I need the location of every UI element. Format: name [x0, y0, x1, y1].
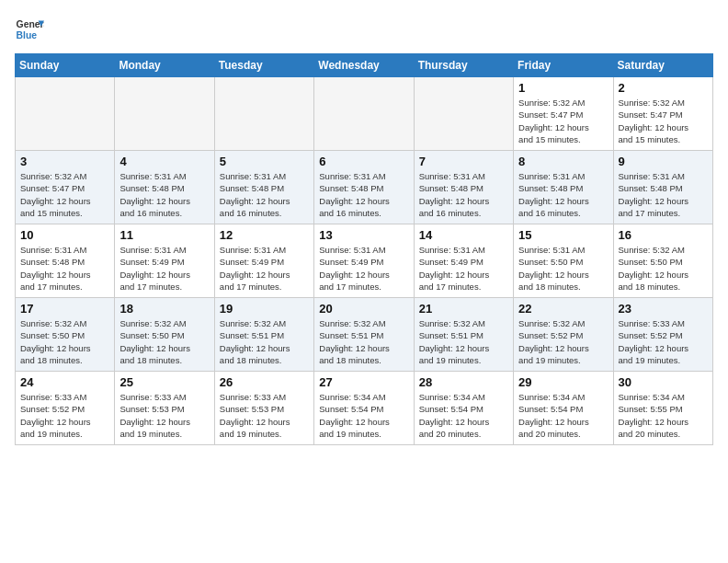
calendar-cell: 11Sunrise: 5:31 AM Sunset: 5:49 PM Dayli… [115, 224, 214, 298]
day-number: 18 [119, 302, 209, 316]
day-number: 4 [119, 155, 209, 168]
logo: General Blue [15, 15, 44, 44]
calendar-cell: 21Sunrise: 5:32 AM Sunset: 5:51 PM Dayli… [414, 298, 513, 372]
weekday-header: Sunday [16, 54, 115, 77]
day-number: 17 [20, 302, 109, 316]
calendar-cell: 5Sunrise: 5:31 AM Sunset: 5:48 PM Daylig… [214, 151, 313, 224]
calendar-cell: 16Sunrise: 5:32 AM Sunset: 5:50 PM Dayli… [613, 224, 712, 298]
day-number: 25 [119, 375, 209, 389]
calendar-cell: 28Sunrise: 5:34 AM Sunset: 5:54 PM Dayli… [414, 372, 513, 445]
calendar-cell [414, 77, 513, 151]
calendar-cell: 13Sunrise: 5:31 AM Sunset: 5:49 PM Dayli… [314, 224, 414, 298]
day-number: 10 [20, 228, 109, 242]
weekday-header: Monday [115, 54, 214, 77]
calendar-cell [16, 77, 115, 151]
day-info: Sunrise: 5:31 AM Sunset: 5:48 PM Dayligh… [419, 170, 508, 219]
day-info: Sunrise: 5:31 AM Sunset: 5:48 PM Dayligh… [319, 170, 408, 219]
day-number: 2 [619, 81, 708, 95]
calendar-cell: 30Sunrise: 5:34 AM Sunset: 5:55 PM Dayli… [613, 372, 712, 445]
day-info: Sunrise: 5:31 AM Sunset: 5:48 PM Dayligh… [619, 170, 708, 219]
calendar-cell: 19Sunrise: 5:32 AM Sunset: 5:51 PM Dayli… [214, 298, 313, 372]
day-number: 1 [518, 81, 608, 95]
day-number: 24 [20, 375, 109, 389]
day-info: Sunrise: 5:31 AM Sunset: 5:49 PM Dayligh… [220, 244, 309, 293]
calendar-table: SundayMondayTuesdayWednesdayThursdayFrid… [15, 53, 713, 445]
calendar-cell: 4Sunrise: 5:31 AM Sunset: 5:48 PM Daylig… [115, 151, 214, 224]
day-number: 20 [319, 302, 408, 316]
day-info: Sunrise: 5:31 AM Sunset: 5:49 PM Dayligh… [319, 244, 408, 293]
day-info: Sunrise: 5:32 AM Sunset: 5:51 PM Dayligh… [419, 317, 508, 366]
calendar-cell [115, 77, 214, 151]
calendar-cell: 7Sunrise: 5:31 AM Sunset: 5:48 PM Daylig… [414, 151, 513, 224]
day-info: Sunrise: 5:32 AM Sunset: 5:52 PM Dayligh… [518, 317, 608, 366]
calendar-cell: 2Sunrise: 5:32 AM Sunset: 5:47 PM Daylig… [613, 77, 712, 151]
day-info: Sunrise: 5:32 AM Sunset: 5:47 PM Dayligh… [619, 97, 708, 145]
day-info: Sunrise: 5:31 AM Sunset: 5:48 PM Dayligh… [119, 170, 209, 219]
calendar-week-row: 17Sunrise: 5:32 AM Sunset: 5:50 PM Dayli… [16, 298, 713, 372]
day-number: 6 [319, 155, 408, 168]
weekday-header: Tuesday [214, 54, 313, 77]
day-number: 21 [419, 302, 508, 316]
day-info: Sunrise: 5:33 AM Sunset: 5:52 PM Dayligh… [619, 317, 708, 366]
day-number: 26 [220, 375, 309, 389]
day-info: Sunrise: 5:31 AM Sunset: 5:48 PM Dayligh… [220, 170, 309, 219]
calendar-cell: 23Sunrise: 5:33 AM Sunset: 5:52 PM Dayli… [613, 298, 712, 372]
day-info: Sunrise: 5:32 AM Sunset: 5:51 PM Dayligh… [220, 317, 309, 366]
calendar-cell: 6Sunrise: 5:31 AM Sunset: 5:48 PM Daylig… [314, 151, 414, 224]
day-info: Sunrise: 5:32 AM Sunset: 5:50 PM Dayligh… [119, 317, 209, 366]
calendar-cell: 10Sunrise: 5:31 AM Sunset: 5:48 PM Dayli… [16, 224, 115, 298]
day-number: 3 [20, 155, 109, 168]
calendar-cell: 1Sunrise: 5:32 AM Sunset: 5:47 PM Daylig… [514, 77, 613, 151]
day-number: 5 [220, 155, 309, 168]
day-number: 7 [419, 155, 508, 168]
calendar-cell: 8Sunrise: 5:31 AM Sunset: 5:48 PM Daylig… [514, 151, 613, 224]
calendar-cell: 17Sunrise: 5:32 AM Sunset: 5:50 PM Dayli… [16, 298, 115, 372]
day-number: 8 [518, 155, 608, 168]
calendar-cell: 27Sunrise: 5:34 AM Sunset: 5:54 PM Dayli… [314, 372, 414, 445]
day-info: Sunrise: 5:32 AM Sunset: 5:47 PM Dayligh… [20, 170, 109, 219]
day-info: Sunrise: 5:32 AM Sunset: 5:47 PM Dayligh… [518, 97, 608, 145]
day-number: 16 [619, 228, 708, 242]
calendar-cell: 3Sunrise: 5:32 AM Sunset: 5:47 PM Daylig… [16, 151, 115, 224]
calendar-cell: 18Sunrise: 5:32 AM Sunset: 5:50 PM Dayli… [115, 298, 214, 372]
calendar-cell: 15Sunrise: 5:31 AM Sunset: 5:50 PM Dayli… [514, 224, 613, 298]
calendar-cell: 26Sunrise: 5:33 AM Sunset: 5:53 PM Dayli… [214, 372, 313, 445]
day-info: Sunrise: 5:31 AM Sunset: 5:50 PM Dayligh… [518, 244, 608, 293]
day-info: Sunrise: 5:34 AM Sunset: 5:54 PM Dayligh… [319, 391, 408, 440]
day-info: Sunrise: 5:32 AM Sunset: 5:50 PM Dayligh… [619, 244, 708, 293]
day-number: 9 [619, 155, 708, 168]
calendar-cell: 22Sunrise: 5:32 AM Sunset: 5:52 PM Dayli… [514, 298, 613, 372]
day-number: 12 [220, 228, 309, 242]
day-number: 22 [518, 302, 608, 316]
day-number: 13 [319, 228, 408, 242]
day-number: 19 [220, 302, 309, 316]
calendar-week-row: 10Sunrise: 5:31 AM Sunset: 5:48 PM Dayli… [16, 224, 713, 298]
day-info: Sunrise: 5:33 AM Sunset: 5:53 PM Dayligh… [220, 391, 309, 440]
day-info: Sunrise: 5:31 AM Sunset: 5:49 PM Dayligh… [419, 244, 508, 293]
calendar-cell: 25Sunrise: 5:33 AM Sunset: 5:53 PM Dayli… [115, 372, 214, 445]
calendar-header-row: SundayMondayTuesdayWednesdayThursdayFrid… [16, 54, 713, 77]
logo-icon: General Blue [15, 15, 44, 44]
day-number: 15 [518, 228, 608, 242]
calendar-week-row: 3Sunrise: 5:32 AM Sunset: 5:47 PM Daylig… [16, 151, 713, 224]
page-header: General Blue [15, 15, 713, 44]
day-number: 11 [119, 228, 209, 242]
day-info: Sunrise: 5:33 AM Sunset: 5:53 PM Dayligh… [119, 391, 209, 440]
day-info: Sunrise: 5:32 AM Sunset: 5:50 PM Dayligh… [20, 317, 109, 366]
calendar-cell: 20Sunrise: 5:32 AM Sunset: 5:51 PM Dayli… [314, 298, 414, 372]
svg-text:Blue: Blue [17, 30, 38, 40]
calendar-cell: 29Sunrise: 5:34 AM Sunset: 5:54 PM Dayli… [514, 372, 613, 445]
day-number: 14 [419, 228, 508, 242]
calendar-cell: 14Sunrise: 5:31 AM Sunset: 5:49 PM Dayli… [414, 224, 513, 298]
day-info: Sunrise: 5:34 AM Sunset: 5:54 PM Dayligh… [518, 391, 608, 440]
day-info: Sunrise: 5:32 AM Sunset: 5:51 PM Dayligh… [319, 317, 408, 366]
weekday-header: Thursday [414, 54, 513, 77]
weekday-header: Saturday [613, 54, 712, 77]
day-info: Sunrise: 5:34 AM Sunset: 5:54 PM Dayligh… [419, 391, 508, 440]
calendar-cell: 24Sunrise: 5:33 AM Sunset: 5:52 PM Dayli… [16, 372, 115, 445]
calendar-week-row: 24Sunrise: 5:33 AM Sunset: 5:52 PM Dayli… [16, 372, 713, 445]
day-info: Sunrise: 5:34 AM Sunset: 5:55 PM Dayligh… [619, 391, 708, 440]
day-info: Sunrise: 5:33 AM Sunset: 5:52 PM Dayligh… [20, 391, 109, 440]
calendar-cell [214, 77, 313, 151]
calendar-cell [314, 77, 414, 151]
